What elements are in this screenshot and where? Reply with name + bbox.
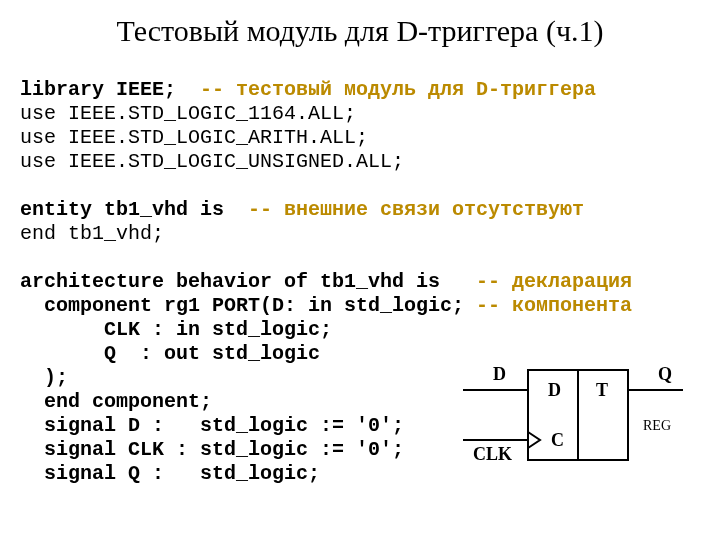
code-line: component rg1 PORT(D: in std_logic; -- к… [20,294,632,317]
code-line: CLK : in std_logic; [20,318,332,341]
code-line: Q : out std_logic [20,342,320,365]
code-line: use IEEE.STD_LOGIC_ARITH.ALL; [20,126,368,149]
clk-label: CLK [473,444,512,464]
code-line: signal Q : std_logic; [20,462,320,485]
pin-d-label: D [548,380,561,400]
pin-c-label: C [551,430,564,450]
code-blank [20,174,32,197]
code-line: use IEEE.STD_LOGIC_UNSIGNED.ALL; [20,150,404,173]
d-flipflop-diagram: D C T D CLK Q REG [458,350,688,480]
code-line: ); [20,366,68,389]
code-line: use IEEE.STD_LOGIC_1164.ALL; [20,102,356,125]
code-blank [20,246,32,269]
slide-title: Тестовый модуль для D-триггера (ч.1) [0,0,720,54]
code-line: signal CLK : std_logic := '0'; [20,438,404,461]
code-line: signal D : std_logic := '0'; [20,414,404,437]
code-line: entity tb1_vhd is -- внешние связи отсут… [20,198,584,221]
code-line: architecture behavior of tb1_vhd is -- д… [20,270,632,293]
code-line: library IEEE; -- тестовый модуль для D-т… [20,78,596,101]
d-label: D [493,364,506,384]
code-line: end component; [20,390,212,413]
code-line: end tb1_vhd; [20,222,164,245]
q-label: Q [658,364,672,384]
reg-label: REG [643,418,671,433]
t-label: T [596,380,608,400]
